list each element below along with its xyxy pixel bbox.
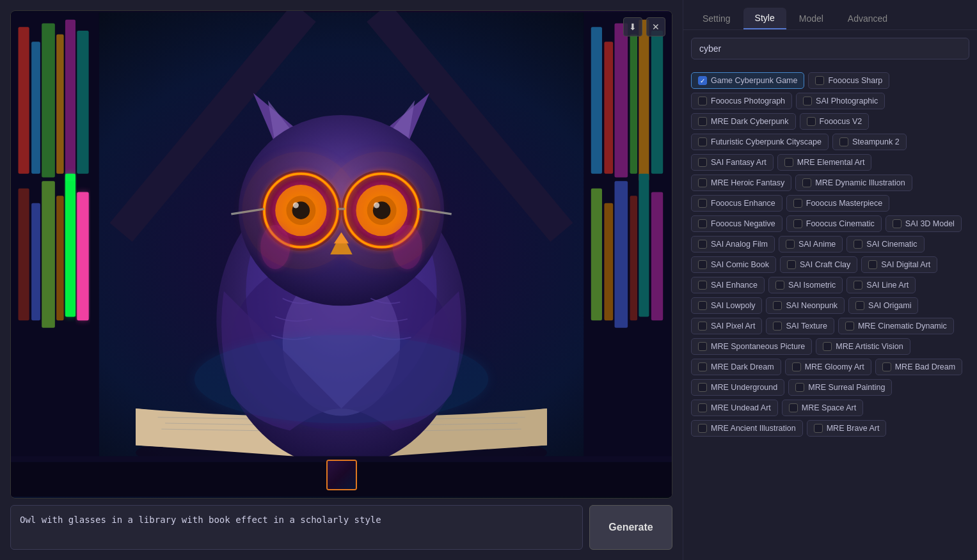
style-row: Futuristic Cyberpunk CityscapeSteampunk … — [691, 134, 969, 150]
style-btn-futuristic-cyberpunk-cityscape[interactable]: Futuristic Cyberpunk Cityscape — [691, 134, 829, 150]
close-button[interactable]: ✕ — [646, 17, 665, 36]
style-btn-mre-dynamic-illustration[interactable]: MRE Dynamic Illustration — [795, 175, 912, 191]
checkbox-sai-enhance — [698, 281, 707, 290]
left-panel: ⬇ ✕ — [0, 0, 683, 560]
style-btn-sai-anime[interactable]: SAI Anime — [779, 236, 843, 253]
style-label-mre-cinematic-dynamic: MRE Cinematic Dynamic — [858, 322, 947, 331]
style-btn-mre-elemental-art[interactable]: MRE Elemental Art — [777, 154, 872, 171]
prompt-input[interactable]: Owl with glasses in a library with book … — [10, 505, 583, 550]
style-label-fooocus-photograph: Fooocus Photograph — [711, 97, 785, 105]
style-btn-mre-space-art[interactable]: MRE Space Art — [782, 400, 863, 416]
style-btn-sai-lowpoly[interactable]: SAI Lowpoly — [691, 297, 762, 314]
style-btn-sai-neonpunk[interactable]: SAI Neonpunk — [766, 297, 845, 314]
svg-rect-9 — [31, 203, 40, 321]
style-btn-sai-craft-clay[interactable]: SAI Craft Clay — [780, 256, 857, 273]
svg-rect-5 — [56, 35, 63, 174]
checkbox-fooocus-enhance — [698, 199, 707, 208]
style-label-mre-dark-dream: MRE Dark Dream — [711, 362, 774, 371]
style-btn-sai-analog-film[interactable]: SAI Analog Film — [691, 236, 775, 253]
svg-rect-2 — [18, 27, 29, 174]
style-btn-sai-3d-model[interactable]: SAI 3D Model — [886, 215, 962, 232]
style-row: SAI EnhanceSAI IsometricSAI Line Art — [691, 277, 969, 293]
style-label-sai-neonpunk: SAI Neonpunk — [786, 301, 838, 310]
style-row: MRE Ancient IllustrationMRE Brave Art — [691, 420, 969, 437]
style-label-mre-artistic-vision: MRE Artistic Vision — [836, 342, 903, 351]
style-btn-mre-spontaneous-picture[interactable]: MRE Spontaneous Picture — [691, 338, 812, 355]
style-label-fooocus-v2: Fooocus V2 — [820, 117, 862, 126]
generate-button[interactable]: Generate — [589, 505, 672, 550]
checkbox-sai-analog-film — [698, 240, 707, 249]
style-btn-sai-photographic[interactable]: SAI Photographic — [796, 93, 885, 109]
style-row: Fooocus PhotographSAI Photographic — [691, 93, 969, 109]
search-bar — [683, 30, 977, 67]
style-btn-sai-fantasy-art[interactable]: SAI Fantasy Art — [691, 154, 774, 171]
style-row: MRE UndergroundMRE Surreal Painting — [691, 379, 969, 396]
style-row: SAI Comic BookSAI Craft ClaySAI Digital … — [691, 256, 969, 273]
style-btn-mre-dark-cyberpunk[interactable]: MRE Dark Cyberpunk — [691, 113, 796, 130]
style-btn-sai-comic-book[interactable]: SAI Comic Book — [691, 256, 776, 273]
style-search-input[interactable] — [691, 38, 969, 59]
style-row: MRE Spontaneous PictureMRE Artistic Visi… — [691, 338, 969, 355]
style-row: SAI Fantasy ArtMRE Elemental Art — [691, 154, 969, 171]
style-btn-fooocus-photograph[interactable]: Fooocus Photograph — [691, 93, 792, 109]
checkbox-sai-comic-book — [698, 260, 707, 269]
style-btn-mre-brave-art[interactable]: MRE Brave Art — [807, 420, 887, 437]
style-btn-mre-underground[interactable]: MRE Underground — [691, 379, 784, 396]
style-btn-mre-undead-art[interactable]: MRE Undead Art — [691, 400, 778, 416]
download-button[interactable]: ⬇ — [623, 17, 642, 36]
style-btn-mre-surreal-painting[interactable]: MRE Surreal Painting — [788, 379, 892, 396]
checkbox-futuristic-cyberpunk-cityscape — [698, 137, 707, 146]
style-btn-sai-enhance[interactable]: SAI Enhance — [691, 277, 765, 293]
style-label-mre-bad-dream: MRE Bad Dream — [895, 362, 955, 371]
style-btn-mre-cinematic-dynamic[interactable]: MRE Cinematic Dynamic — [838, 318, 954, 334]
style-row: MRE Heroic FantasyMRE Dynamic Illustrati… — [691, 175, 969, 191]
style-btn-sai-isometric[interactable]: SAI Isometric — [768, 277, 843, 293]
checkbox-sai-line-art — [854, 281, 862, 290]
style-btn-sai-line-art[interactable]: SAI Line Art — [846, 277, 916, 293]
tab-model[interactable]: Model — [788, 8, 835, 29]
checkbox-game-cyberpunk-game — [698, 76, 707, 85]
style-btn-fooocus-masterpiece[interactable]: Fooocus Masterpiece — [786, 195, 890, 212]
checkbox-mre-spontaneous-picture — [698, 342, 707, 351]
tabs: Setting Style Model Advanced — [683, 0, 977, 30]
style-label-sai-photographic: SAI Photographic — [816, 97, 878, 105]
style-btn-fooocus-enhance[interactable]: Fooocus Enhance — [691, 195, 782, 212]
style-btn-fooocus-sharp[interactable]: Fooocus Sharp — [808, 72, 889, 89]
style-btn-sai-pixel-art[interactable]: SAI Pixel Art — [691, 318, 762, 334]
tab-style[interactable]: Style — [743, 8, 786, 29]
style-label-mre-ancient-illustration: MRE Ancient Illustration — [711, 424, 796, 433]
checkbox-fooocus-cinematic — [793, 219, 802, 228]
style-label-sai-comic-book: SAI Comic Book — [711, 260, 769, 269]
style-btn-mre-dark-dream[interactable]: MRE Dark Dream — [691, 359, 781, 375]
style-label-fooocus-cinematic: Fooocus Cinematic — [806, 219, 875, 228]
style-label-sai-isometric: SAI Isometric — [788, 281, 836, 290]
style-btn-mre-ancient-illustration[interactable]: MRE Ancient Illustration — [691, 420, 803, 437]
style-btn-mre-bad-dream[interactable]: MRE Bad Dream — [875, 359, 962, 375]
checkbox-steampunk-2 — [839, 137, 848, 146]
tab-setting[interactable]: Setting — [691, 8, 742, 29]
checkbox-mre-surreal-painting — [795, 383, 804, 392]
style-label-mre-space-art: MRE Space Art — [802, 403, 856, 412]
style-btn-mre-heroic-fantasy[interactable]: MRE Heroic Fantasy — [691, 175, 791, 191]
thumbnail-1[interactable] — [326, 460, 357, 490]
style-btn-fooocus-v2[interactable]: Fooocus V2 — [800, 113, 870, 130]
checkbox-sai-lowpoly — [698, 301, 707, 310]
tab-advanced[interactable]: Advanced — [836, 8, 899, 29]
style-label-sai-digital-art: SAI Digital Art — [881, 260, 930, 269]
style-btn-game-cyberpunk-game[interactable]: Game Cyberpunk Game — [691, 72, 804, 89]
style-btn-steampunk-2[interactable]: Steampunk 2 — [832, 134, 907, 150]
style-btn-sai-origami[interactable]: SAI Origami — [848, 297, 918, 314]
thumbnail-strip — [326, 460, 357, 490]
svg-rect-26 — [630, 196, 637, 320]
style-label-sai-pixel-art: SAI Pixel Art — [711, 322, 755, 331]
checkbox-mre-dynamic-illustration — [802, 178, 811, 187]
style-btn-sai-cinematic[interactable]: SAI Cinematic — [846, 236, 924, 253]
style-btn-fooocus-cinematic[interactable]: Fooocus Cinematic — [786, 215, 882, 232]
style-btn-mre-gloomy-art[interactable]: MRE Gloomy Art — [785, 359, 871, 375]
style-btn-fooocus-negative[interactable]: Fooocus Negative — [691, 215, 782, 232]
style-btn-sai-digital-art[interactable]: SAI Digital Art — [861, 256, 937, 273]
style-label-sai-enhance: SAI Enhance — [711, 281, 758, 290]
checkbox-fooocus-negative — [698, 219, 707, 228]
style-btn-mre-artistic-vision[interactable]: MRE Artistic Vision — [816, 338, 910, 355]
style-btn-sai-texture[interactable]: SAI Texture — [766, 318, 834, 334]
